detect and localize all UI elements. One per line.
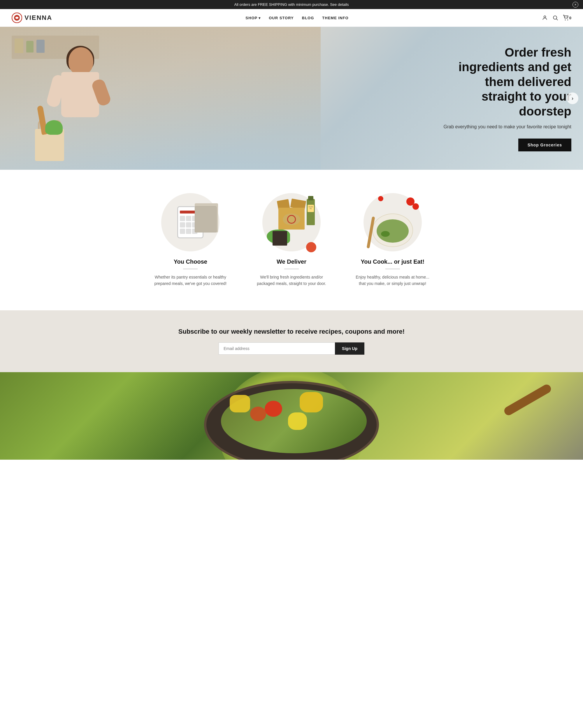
shop-groceries-button[interactable]: Shop Groceries bbox=[518, 138, 571, 151]
hero-next-arrow[interactable]: › bbox=[567, 93, 578, 104]
bottle-cap bbox=[308, 196, 313, 200]
box-logo-ring bbox=[287, 215, 296, 224]
tomato bbox=[306, 242, 316, 252]
delivery-box bbox=[275, 200, 308, 230]
box-logo bbox=[283, 213, 300, 225]
cart-count: 0 bbox=[569, 16, 571, 20]
svg-point-2 bbox=[544, 16, 546, 18]
cart-icon-button[interactable]: 0 bbox=[563, 15, 571, 21]
delivery-illustration: OLIVEOIL bbox=[262, 194, 321, 250]
tablet-cell bbox=[186, 216, 191, 221]
sign-up-button[interactable]: Sign Up bbox=[335, 342, 364, 355]
tomato-2 bbox=[413, 203, 419, 210]
nav-shop[interactable]: SHOP bbox=[245, 16, 260, 20]
person-head bbox=[68, 47, 93, 75]
feature-divider bbox=[284, 269, 299, 269]
announcement-bar: All orders are FREE SHIPPING with minimu… bbox=[0, 0, 583, 9]
grocery-bag bbox=[32, 120, 67, 161]
feature-title-cook: You Cook... or just Eat! bbox=[354, 258, 432, 265]
feature-item-cook: You Cook... or just Eat! Enjoy healthy, … bbox=[348, 187, 437, 293]
arrow-right-icon: › bbox=[572, 95, 573, 102]
pan-food-5 bbox=[288, 412, 307, 430]
pan-food-4 bbox=[250, 407, 266, 421]
feature-item-choose: You Choose Whether its pantry essentials… bbox=[146, 187, 235, 293]
hero-section: Order fresh ingredients and get them del… bbox=[0, 27, 583, 170]
announcement-text: All orders are FREE SHIPPING with minimu… bbox=[234, 2, 349, 7]
hero-person bbox=[23, 44, 146, 170]
search-icon bbox=[552, 15, 558, 21]
features-grid: You Choose Whether its pantry essentials… bbox=[146, 187, 437, 293]
search-icon-button[interactable] bbox=[552, 15, 558, 21]
shop-dropdown-icon bbox=[258, 16, 260, 20]
svg-point-3 bbox=[553, 16, 557, 19]
tomato-3 bbox=[378, 196, 383, 201]
feature-item-deliver: OLIVEOIL We Deliver We'll bring fresh in… bbox=[247, 187, 336, 293]
hero-content: Order fresh ingredients and get them del… bbox=[440, 45, 571, 151]
header: VIENNA SHOP OUR STORY BLOG THEME INFO bbox=[0, 9, 583, 27]
header-icons: 0 bbox=[542, 15, 571, 21]
cart-icon bbox=[563, 15, 569, 21]
feature-desc-deliver: We'll bring fresh ingredients and/or pac… bbox=[253, 274, 331, 287]
person-shirt bbox=[61, 72, 99, 117]
bag-lettuce bbox=[45, 120, 63, 135]
newsletter-title: Subscribe to our weekly newsletter to re… bbox=[12, 328, 571, 335]
tablet-illustration bbox=[163, 196, 218, 249]
feature-image-deliver: OLIVEOIL bbox=[262, 193, 321, 252]
food-on-plate bbox=[377, 219, 409, 243]
logo-icon bbox=[12, 12, 22, 23]
hero-title: Order fresh ingredients and get them del… bbox=[440, 45, 571, 119]
feature-divider bbox=[385, 269, 400, 269]
herb-garnish bbox=[381, 231, 390, 237]
account-icon bbox=[542, 15, 548, 21]
food-image-section bbox=[0, 372, 583, 460]
tablet-cell bbox=[186, 222, 191, 228]
svg-point-6 bbox=[567, 20, 568, 20]
logo[interactable]: VIENNA bbox=[12, 12, 52, 23]
feature-image-cook bbox=[363, 193, 422, 252]
tablet-cell bbox=[180, 222, 185, 228]
newsletter-section: Subscribe to our weekly newsletter to re… bbox=[0, 310, 583, 372]
nav-theme-info[interactable]: THEME INFO bbox=[322, 16, 348, 20]
account-icon-button[interactable] bbox=[542, 15, 548, 21]
pan-food-2 bbox=[265, 401, 282, 417]
feature-image-choose bbox=[161, 193, 220, 252]
bottle-label: OLIVEOIL bbox=[308, 205, 314, 212]
tray-1 bbox=[195, 206, 217, 232]
svg-point-5 bbox=[565, 20, 566, 20]
feature-desc-cook: Enjoy healthy, delicious meals at home..… bbox=[354, 274, 432, 287]
nav-our-story[interactable]: OUR STORY bbox=[269, 16, 294, 20]
announcement-close-button[interactable]: × bbox=[573, 2, 578, 7]
pan-food-1 bbox=[230, 395, 250, 412]
feature-divider bbox=[183, 269, 198, 269]
email-input[interactable] bbox=[219, 342, 335, 355]
cooking-pan bbox=[204, 381, 379, 460]
main-nav: SHOP OUR STORY BLOG THEME INFO bbox=[245, 16, 348, 20]
feature-desc-choose: Whether its pantry essentials or healthy… bbox=[151, 274, 229, 287]
olive-oil-bottle: OLIVEOIL bbox=[307, 199, 315, 225]
hero-subtitle: Grab everything you need to make your fa… bbox=[440, 123, 571, 130]
noodle-box bbox=[273, 231, 287, 245]
tablet-cell bbox=[180, 229, 185, 234]
pan-handle bbox=[503, 383, 553, 417]
food-illustration bbox=[363, 194, 422, 250]
newsletter-form: Sign Up bbox=[219, 342, 364, 355]
tablet-cell bbox=[180, 216, 185, 221]
tablet-cell bbox=[186, 229, 191, 234]
pan-food-3 bbox=[300, 392, 323, 412]
shelf-jar-1 bbox=[15, 38, 23, 53]
hero-image-area bbox=[0, 27, 321, 170]
feature-title-choose: You Choose bbox=[151, 258, 229, 265]
svg-line-4 bbox=[556, 19, 558, 20]
feature-title-deliver: We Deliver bbox=[253, 258, 331, 265]
box-body bbox=[278, 208, 305, 230]
nav-blog[interactable]: BLOG bbox=[302, 16, 314, 20]
features-section: You Choose Whether its pantry essentials… bbox=[0, 170, 583, 310]
logo-text: VIENNA bbox=[25, 14, 52, 22]
